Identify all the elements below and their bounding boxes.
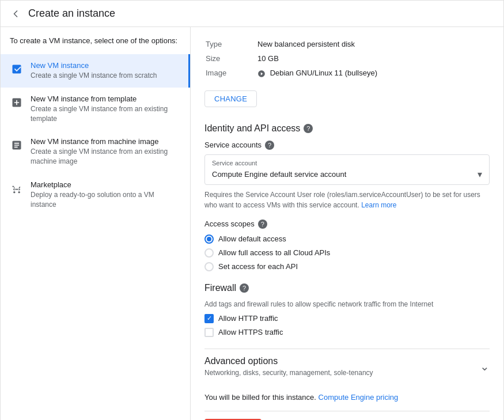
sidebar-item-new-vm-desc: Create a single VM instance from scratch [31,71,157,81]
billing-note: You will be billed for this instance. Co… [204,393,490,402]
footer-actions: CREATE CANCEL EQUIVALENT COMMAND LINE ▾ [204,411,490,420]
sidebar-item-template-title: New VM instance from template [31,94,181,103]
radio-default-circle [204,234,214,244]
marketplace-icon [10,181,24,195]
http-label: Allow HTTP traffic [218,314,278,323]
sidebar-item-marketplace-desc: Deploy a ready-to-go solution onto a VM … [31,190,181,210]
checkbox-http[interactable]: ✓ Allow HTTP traffic [204,314,490,323]
access-scopes-help-icon[interactable]: ? [258,220,267,229]
service-accounts-help-icon[interactable]: ? [265,141,274,150]
service-account-field-label: Service account [212,160,482,167]
https-checkbox [204,328,214,337]
boot-disk-table: Type New balanced persistent disk Size 1… [204,36,490,81]
service-account-field[interactable]: Service account Compute Engine default s… [204,154,490,185]
page-title: Create an instance [28,7,115,20]
sidebar-item-machine-image-desc: Create a single VM instance from an exis… [31,147,181,167]
access-scopes-label: Access scopes [204,220,255,228]
identity-section-header: Identity and API access ? [204,123,490,134]
access-scopes-radio-group: Allow default access Allow full access t… [204,234,490,271]
change-button[interactable]: CHANGE [204,90,257,107]
equivalent-button[interactable]: EQUIVALENT COMMAND LINE ▾ [321,418,452,420]
radio-default-label: Allow default access [218,234,286,243]
firewall-section-header: Firewall ? [204,283,490,293]
sidebar-item-template-desc: Create a single VM instance from an exis… [31,104,181,124]
main-content: Type New balanced persistent disk Size 1… [191,27,503,420]
back-icon[interactable] [10,8,21,20]
sidebar-item-machine-image-title: New VM instance from machine image [31,137,181,146]
radio-set-each[interactable]: Set access for each API [204,262,490,271]
sidebar-item-machine-image[interactable]: New VM instance from machine image Creat… [1,130,190,173]
service-accounts-label: Service accounts [204,141,262,149]
sidebar-intro: To create a VM instance, select one of t… [1,36,190,54]
size-value: 10 GB [253,52,488,65]
identity-title: Identity and API access [204,123,300,134]
checkbox-https[interactable]: Allow HTTPS traffic [204,328,490,337]
sidebar-item-template[interactable]: New VM instance from template Create a s… [1,88,190,131]
advanced-section: Advanced options Networking, disks, secu… [204,349,490,384]
https-label: Allow HTTPS traffic [218,328,283,336]
advanced-desc: Networking, disks, security, management,… [204,369,373,377]
image-value: Debian GNU/Linux 11 (bullseye) [253,66,488,80]
radio-default-inner [207,237,211,241]
type-label: Type [206,37,252,51]
radio-each-circle [204,262,214,271]
advanced-title: Advanced options [204,356,373,366]
image-icon [257,69,268,77]
sidebar-item-new-vm[interactable]: New VM instance Create a single VM insta… [1,54,190,88]
firewall-title: Firewall [204,283,236,293]
http-checkbox: ✓ [204,314,214,323]
expand-icon: ⌄ [480,360,490,373]
compute-engine-pricing-link[interactable]: Compute Engine pricing [319,393,399,402]
radio-allow-default[interactable]: Allow default access [204,234,490,244]
image-label: Image [206,66,252,80]
service-account-value: Compute Engine default service account [212,170,346,179]
size-label: Size [206,52,252,65]
service-account-dropdown-icon: ▾ [478,169,482,180]
service-account-note: Requires the Service Account User role (… [204,190,490,210]
template-icon [10,96,24,109]
new-vm-icon [10,62,24,76]
identity-help-icon[interactable]: ? [304,124,313,133]
firewall-desc: Add tags and firewall rules to allow spe… [204,300,490,308]
sidebar-item-marketplace-title: Marketplace [31,180,181,189]
firewall-help-icon[interactable]: ? [240,283,249,293]
radio-each-label: Set access for each API [218,262,298,271]
sidebar-item-marketplace[interactable]: Marketplace Deploy a ready-to-go solutio… [1,173,190,217]
radio-full-label: Allow full access to all Cloud APIs [218,248,330,257]
radio-full-circle [204,248,214,258]
radio-allow-full[interactable]: Allow full access to all Cloud APIs [204,248,490,258]
type-value: New balanced persistent disk [253,37,488,51]
sidebar-item-new-vm-title: New VM instance [31,61,157,70]
sidebar: To create a VM instance, select one of t… [1,27,191,420]
learn-more-link[interactable]: Learn more [361,201,396,209]
machine-image-icon [10,138,24,152]
advanced-header[interactable]: Advanced options Networking, disks, secu… [204,356,490,377]
http-checkmark: ✓ [207,315,212,321]
firewall-checkbox-group: ✓ Allow HTTP traffic Allow HTTPS traffic [204,314,490,337]
